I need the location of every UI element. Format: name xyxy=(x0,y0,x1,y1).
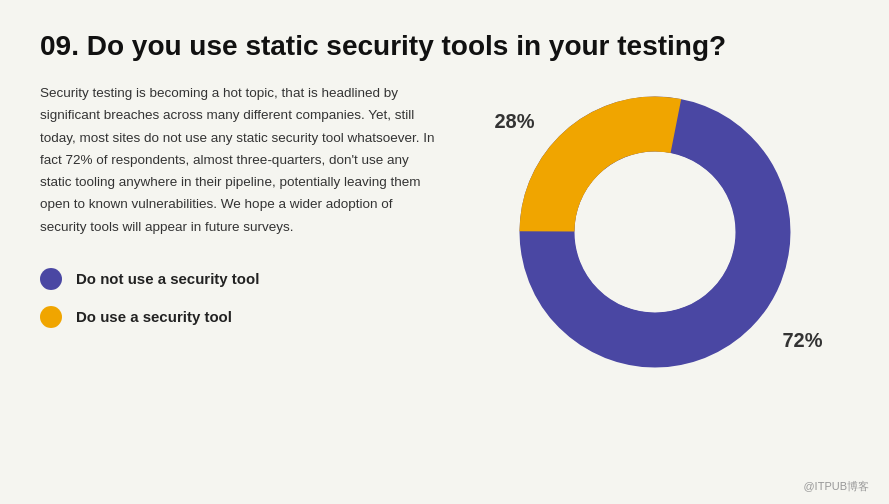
page: 09. Do you use static security tools in … xyxy=(0,0,889,504)
chart-label-28-percent: 28% xyxy=(495,110,535,133)
legend-label-orange: Do use a security tool xyxy=(76,308,232,325)
chart-label-72-percent: 72% xyxy=(782,329,822,352)
right-panel: 28% 72% xyxy=(460,82,849,382)
legend-dot-blue xyxy=(40,268,62,290)
page-title: 09. Do you use static security tools in … xyxy=(40,30,849,62)
donut-chart-container: 28% 72% xyxy=(505,82,805,382)
legend-item-orange: Do use a security tool xyxy=(40,306,440,328)
donut-svg xyxy=(505,82,805,382)
legend-item-blue: Do not use a security tool xyxy=(40,268,440,290)
content-area: Security testing is becoming a hot topic… xyxy=(40,82,849,382)
left-panel: Security testing is becoming a hot topic… xyxy=(40,82,440,328)
legend-dot-orange xyxy=(40,306,62,328)
legend: Do not use a security tool Do use a secu… xyxy=(40,268,440,328)
description-text: Security testing is becoming a hot topic… xyxy=(40,82,440,238)
svg-point-2 xyxy=(575,152,735,312)
legend-label-blue: Do not use a security tool xyxy=(76,270,259,287)
watermark: @ITPUB博客 xyxy=(803,479,869,494)
